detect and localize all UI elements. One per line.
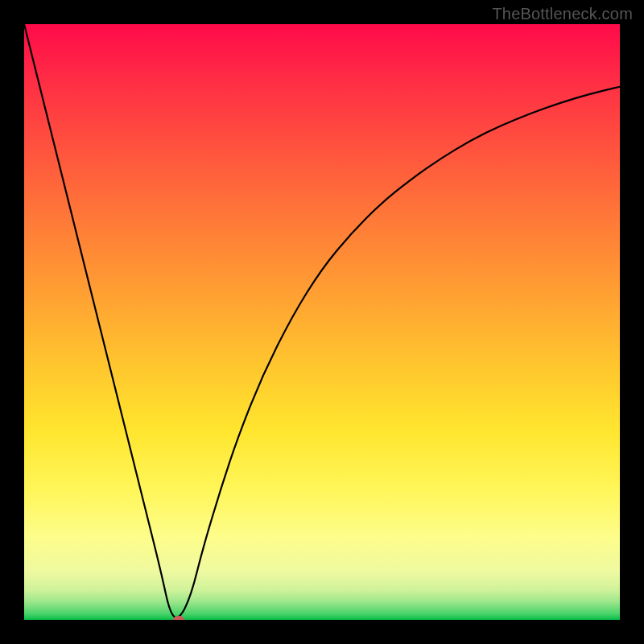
- watermark-text: TheBottleneck.com: [492, 5, 633, 23]
- chart-container: TheBottleneck.com: [0, 0, 644, 644]
- minimum-marker: [173, 616, 184, 620]
- bottleneck-curve: [24, 24, 620, 620]
- plot-area: [24, 24, 620, 620]
